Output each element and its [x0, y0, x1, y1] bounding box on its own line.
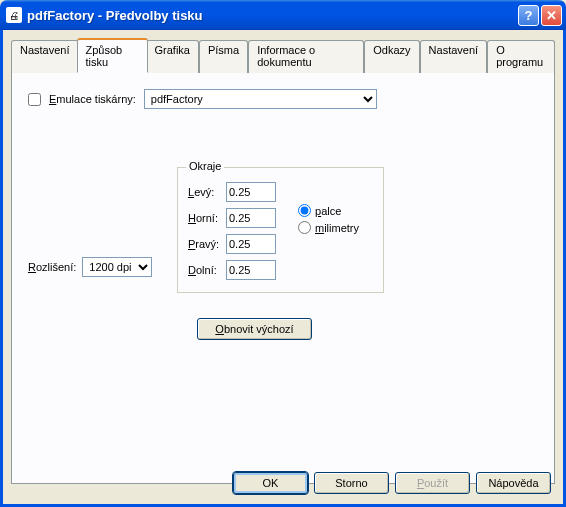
units-mm-label: milimetry [315, 222, 359, 234]
tab-nastaveni-1[interactable]: Nastavení [11, 40, 79, 73]
window-body: Nastavení Způsob tisku Grafika Písma Inf… [0, 30, 566, 507]
help-titlebar-button[interactable]: ? [518, 5, 539, 26]
margin-left-input[interactable] [226, 182, 276, 202]
titlebar: 🖨 pdfFactory - Předvolby tisku ? ✕ [0, 0, 566, 30]
resolution-label: Rozlišení: [28, 261, 76, 273]
margin-left-label: Levý: [188, 186, 226, 198]
apply-button[interactable]: Použít [395, 472, 470, 494]
resolution-select[interactable]: 1200 dpi [82, 257, 152, 277]
emulation-checkbox[interactable] [28, 93, 41, 106]
tab-zpusob-tisku[interactable]: Způsob tisku [77, 38, 148, 73]
margin-top-input[interactable] [226, 208, 276, 228]
window-title: pdfFactory - Předvolby tisku [27, 8, 518, 23]
ok-button[interactable]: OK [233, 472, 308, 494]
margin-right-label: Pravý: [188, 238, 226, 250]
restore-defaults-button[interactable]: Obnovit výchozí [197, 318, 312, 340]
tab-pisma[interactable]: Písma [199, 40, 248, 73]
emulation-select[interactable]: pdfFactory [144, 89, 377, 109]
margin-bottom-input[interactable] [226, 260, 276, 280]
units-mm-radio[interactable] [298, 221, 311, 234]
tab-grafika[interactable]: Grafika [146, 40, 199, 73]
tab-panel: Emulace tiskárny: pdfFactory Rozlišení: … [11, 72, 555, 484]
app-icon: 🖨 [6, 7, 22, 23]
tab-strip: Nastavení Způsob tisku Grafika Písma Inf… [11, 38, 555, 73]
margin-bottom-label: Dolní: [188, 264, 226, 276]
margin-top-label: Horní: [188, 212, 226, 224]
margins-legend: Okraje [186, 160, 224, 172]
margins-groupbox: Okraje Levý: Horní: Pravý: Dolní: pal [177, 167, 384, 293]
emulation-label: Emulace tiskárny: [49, 93, 136, 105]
margin-right-input[interactable] [226, 234, 276, 254]
dialog-button-row: OK Storno Použít Nápověda [233, 472, 551, 494]
tab-nastaveni-2[interactable]: Nastavení [420, 40, 488, 73]
tab-odkazy[interactable]: Odkazy [364, 40, 419, 73]
units-inches-label: palce [315, 205, 341, 217]
tab-o-programu[interactable]: O programu [487, 40, 555, 73]
tab-informace[interactable]: Informace o dokumentu [248, 40, 364, 73]
units-inches-radio[interactable] [298, 204, 311, 217]
help-button[interactable]: Nápověda [476, 472, 551, 494]
cancel-button[interactable]: Storno [314, 472, 389, 494]
close-button[interactable]: ✕ [541, 5, 562, 26]
